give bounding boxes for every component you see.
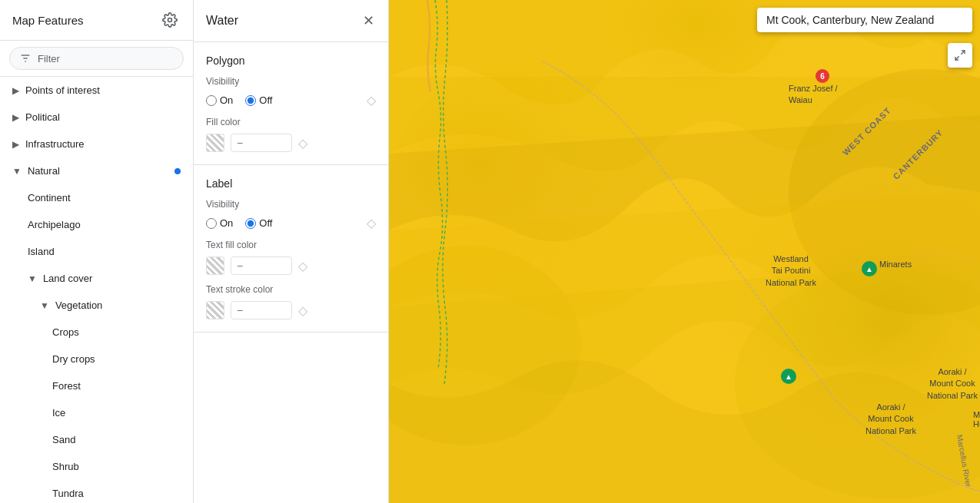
- sidebar-item-label: Island: [28, 246, 55, 257]
- polygon-visibility-label: Visibility: [206, 76, 376, 87]
- polygon-off-input[interactable]: [245, 95, 256, 106]
- sidebar-title: Map Features: [12, 14, 84, 27]
- map-pin-franz-josef[interactable]: 6: [816, 69, 829, 83]
- text-stroke-diamond[interactable]: ◇: [298, 303, 307, 318]
- map-pin-aoraki-1[interactable]: ▲: [781, 369, 796, 384]
- text-stroke-color-value[interactable]: –: [231, 301, 292, 319]
- sidebar-item-label: Crops: [52, 326, 79, 338]
- sidebar-item-island[interactable]: Island: [0, 238, 193, 265]
- svg-point-0: [168, 18, 172, 22]
- polygon-on-input[interactable]: [206, 95, 217, 106]
- place-label-hutton: Mount Hutton: [973, 410, 980, 429]
- sidebar-item-continent[interactable]: Continent: [0, 184, 193, 211]
- gear-button[interactable]: [159, 9, 181, 31]
- label-section-label: Label: [206, 177, 376, 190]
- sidebar-header: Map Features: [0, 0, 193, 41]
- text-fill-color-swatch[interactable]: [206, 256, 224, 275]
- polygon-fill-diamond[interactable]: ◇: [298, 136, 307, 151]
- sidebar-item-label: Forest: [52, 380, 81, 392]
- chevron-right-icon: ▶: [12, 139, 19, 150]
- text-fill-color-value[interactable]: –: [231, 256, 292, 275]
- text-fill-color-label: Text fill color: [206, 240, 376, 250]
- chevron-down-icon: ▼: [12, 166, 22, 177]
- fullscreen-icon: [954, 49, 966, 61]
- place-label-minarets: Minarets: [879, 260, 912, 269]
- text-stroke-color-row: – ◇: [206, 301, 376, 319]
- sidebar-item-label: Vegetation: [55, 299, 102, 311]
- label-off-input[interactable]: [245, 218, 256, 229]
- sidebar-item-ice[interactable]: Ice: [0, 399, 193, 426]
- polygon-section: Polygon Visibility On Off ◇ Fill color –…: [194, 42, 388, 165]
- text-stroke-color-label: Text stroke color: [206, 284, 376, 295]
- sidebar-item-tundra[interactable]: Tundra: [0, 480, 193, 503]
- polygon-fill-color-value[interactable]: –: [231, 134, 292, 152]
- place-label-franz-josef: Franz Josef /Waiau: [789, 83, 838, 107]
- sidebar-item-political[interactable]: ▶ Political: [0, 104, 193, 131]
- sidebar-item-land-cover[interactable]: ▼ Land cover: [0, 265, 193, 292]
- sidebar-item-sand[interactable]: Sand: [0, 426, 193, 453]
- label-on-label: On: [220, 217, 233, 229]
- svg-line-10: [961, 51, 965, 55]
- label-on-radio[interactable]: On: [206, 217, 233, 229]
- sidebar-item-label: Shrub: [52, 461, 79, 472]
- polygon-visibility-group: On Off: [206, 94, 354, 106]
- sidebar-item-label: Tundra: [52, 488, 84, 499]
- sidebar-item-label: Land cover: [43, 273, 92, 284]
- label-off-label: Off: [259, 217, 272, 229]
- sidebar-item-infrastructure[interactable]: ▶ Infrastructure: [0, 131, 193, 157]
- sidebar-item-natural[interactable]: ▼ Natural: [0, 157, 193, 184]
- label-visibility-label: Visibility: [206, 199, 376, 210]
- map-pin-minarets[interactable]: ▲: [862, 261, 877, 276]
- sidebar-item-label: Continent: [28, 192, 71, 204]
- text-fill-diamond[interactable]: ◇: [298, 259, 307, 273]
- polygon-label: Polygon: [206, 55, 376, 67]
- text-stroke-color-swatch[interactable]: [206, 301, 224, 319]
- place-label-aoraki-2: Aoraki /Mount CookNational Park: [865, 402, 916, 437]
- search-bar[interactable]: Mt Cook, Canterbury, New Zealand: [757, 8, 972, 32]
- label-on-input[interactable]: [206, 218, 217, 229]
- chevron-down-icon: ▼: [40, 300, 49, 311]
- sidebar-item-vegetation[interactable]: ▼ Vegetation: [0, 292, 193, 319]
- sidebar-item-label: Dry crops: [52, 353, 95, 365]
- sidebar-item-crops[interactable]: Crops: [0, 319, 193, 346]
- polygon-on-label: On: [220, 94, 233, 106]
- natural-dot: [174, 168, 181, 174]
- sidebar-item-label: Sand: [52, 434, 75, 445]
- fullscreen-button[interactable]: [948, 43, 972, 68]
- label-visibility-diamond[interactable]: ◇: [367, 216, 376, 230]
- chevron-down-icon: ▼: [28, 273, 37, 284]
- sidebar-item-forest[interactable]: Forest: [0, 372, 193, 399]
- gear-icon: [162, 12, 178, 28]
- sidebar-item-label: Archipelago: [28, 219, 81, 230]
- filter-input[interactable]: Filter: [9, 47, 184, 70]
- chevron-right-icon: ▶: [12, 85, 19, 96]
- sidebar-item-dry-crops[interactable]: Dry crops: [0, 346, 193, 372]
- place-label-aoraki-1: Aoraki /Mount CookNational Park: [927, 366, 978, 402]
- filter-bar: Filter: [0, 41, 193, 77]
- svg-line-11: [955, 56, 959, 60]
- filter-icon: [19, 52, 32, 65]
- sidebar-item-shrub[interactable]: Shrub: [0, 453, 193, 480]
- sidebar-item-archipelago[interactable]: Archipelago: [0, 211, 193, 238]
- polygon-visibility-row: On Off ◇: [206, 93, 376, 108]
- panel: Water ✕ Polygon Visibility On Off ◇ Fill…: [194, 0, 389, 503]
- search-value: Mt Cook, Canterbury, New Zealand: [766, 14, 934, 26]
- label-visibility-row: On Off ◇: [206, 216, 376, 230]
- sidebar-item-points-of-interest[interactable]: ▶ Points of interest: [0, 77, 193, 104]
- fill-color-label: Fill color: [206, 117, 376, 127]
- polygon-visibility-diamond[interactable]: ◇: [367, 93, 376, 108]
- filter-label: Filter: [38, 53, 60, 65]
- panel-title: Water: [206, 14, 238, 28]
- polygon-fill-color-swatch[interactable]: [206, 134, 224, 152]
- polygon-fill-color-row: – ◇: [206, 134, 376, 152]
- sidebar-item-label: Points of interest: [25, 84, 100, 96]
- sidebar-item-label: Infrastructure: [25, 138, 85, 150]
- label-off-radio[interactable]: Off: [245, 217, 272, 229]
- label-visibility-group: On Off: [206, 217, 354, 229]
- close-button[interactable]: ✕: [361, 11, 376, 31]
- polygon-on-radio[interactable]: On: [206, 94, 233, 106]
- place-label-westland: WestlandTai PoutiniNational Park: [766, 253, 816, 289]
- map-area[interactable]: Mt Cook, Canterbury, New Zealand 6 Franz…: [389, 0, 980, 503]
- polygon-off-radio[interactable]: Off: [245, 94, 272, 106]
- label-section: Label Visibility On Off ◇ Text fill colo…: [194, 165, 388, 333]
